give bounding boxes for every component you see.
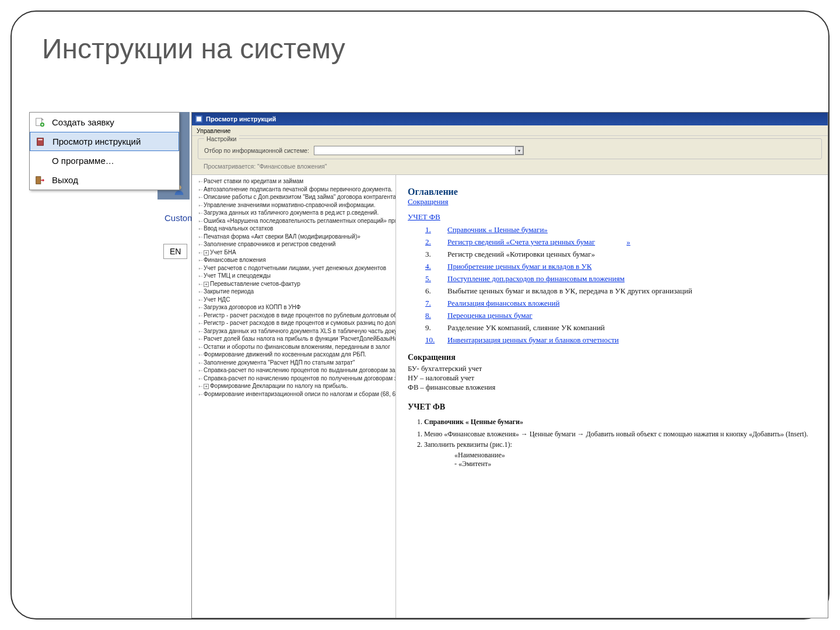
tree-item[interactable]: Печатная форма «Акт сверки ВАЛ (модифици… [199, 233, 393, 241]
svg-rect-7 [197, 117, 201, 121]
menu-item-create-request[interactable]: Создать заявку [30, 113, 179, 132]
tree-item[interactable]: Заполнение документа "Расчет НДП по стат… [199, 359, 393, 367]
toc-text: Регистр сведений «Котировки ценных бумаг… [447, 250, 595, 259]
toc-text[interactable]: Приобретение ценных бумаг и вкладов в УК [447, 262, 592, 271]
svg-rect-4 [38, 139, 42, 140]
link-abbreviations[interactable]: Сокращения [408, 197, 448, 206]
plus-icon[interactable]: + [204, 250, 209, 256]
toc-text[interactable]: Регистр сведений «Счета учета ценных бум… [447, 237, 595, 247]
window-titlebar[interactable]: Просмотр инструкций [192, 113, 828, 125]
menu-item-label: Выход [52, 175, 78, 185]
tree-item[interactable]: Регистр - расчет расходов в виде процент… [199, 319, 393, 327]
step-item: Заполнить реквизиты (рис.1): [424, 440, 816, 449]
toc-item[interactable]: 3.Регистр сведений «Котировки ценных бум… [425, 250, 816, 259]
tree-item[interactable]: Ввод начальных остатков [199, 225, 393, 233]
content-heading: Оглавление [408, 187, 816, 197]
fieldset-label: Настройки [204, 135, 239, 142]
tree-item[interactable]: Расчет ставки по кредитам и займам [199, 177, 393, 186]
tree-item[interactable]: Описание работы с Доп.реквизитом "Вид за… [199, 193, 393, 201]
toc-item[interactable]: 7.Реализация финансовых вложений [425, 299, 816, 308]
toc-item[interactable]: 1.Справочник « Ценные бумаги» [425, 225, 816, 235]
tree-item[interactable]: Загрузка данных из табличного документа … [199, 209, 393, 217]
menu-item-label: О программе… [52, 156, 114, 166]
custom-label: Custom [164, 213, 195, 223]
tree-group[interactable]: +Формирование Декларации по налогу на пр… [199, 382, 393, 390]
svg-rect-5 [36, 176, 41, 184]
step-subitem: «Наименование» [454, 451, 816, 460]
tree-item[interactable]: Финансовые вложения [199, 256, 393, 264]
toc-text[interactable]: Инвентаризация ценных бумаг и бланков от… [447, 335, 619, 345]
plus-icon[interactable]: + [204, 384, 209, 389]
tree-item[interactable]: Управление значениями нормативно-справоч… [199, 201, 393, 209]
content-panel[interactable]: Оглавление Сокращения УЧЕТ ФВ 1.Справочн… [396, 175, 828, 618]
toc-text[interactable]: Реализация финансовых вложений [447, 299, 559, 308]
toc-number: 7. [425, 299, 439, 308]
abbrev-block: БУ- бухгалтерский учетНУ – налоговый уче… [408, 365, 816, 392]
toc-extra[interactable]: » [626, 237, 631, 247]
menu-item-label: Создать заявку [52, 117, 114, 127]
tree-item[interactable]: Учет ТМЦ и спецодежды [199, 272, 393, 280]
menu-manage[interactable]: Управление [197, 127, 230, 134]
toc-number: 8. [425, 311, 439, 320]
toc-item[interactable]: 9.Разделение УК компаний, слияние УК ком… [425, 323, 816, 332]
toc-item[interactable]: 5.Поступление доп.расходов по финансовым… [425, 274, 816, 284]
book-icon [34, 135, 47, 148]
exit-icon [33, 174, 46, 187]
tree-item[interactable]: Учет НДС [199, 296, 393, 304]
abbrev-line: ФВ – финансовые вложения [408, 383, 816, 392]
toc-text[interactable]: Поступление доп.расходов по финансовым в… [447, 274, 625, 284]
tree-panel[interactable]: Расчет ставки по кредитам и займамАвтоза… [192, 175, 396, 618]
toc-item[interactable]: 4.Приобретение ценных бумаг и вкладов в … [425, 262, 816, 271]
toc-item[interactable]: 8.Переоценка ценных бумаг [425, 311, 816, 320]
menu-item-view-instructions[interactable]: Просмотр инструкций [30, 132, 179, 151]
tree-item[interactable]: Заполнение справочников и регистров свед… [199, 240, 393, 249]
toc-text[interactable]: Переоценка ценных бумаг [447, 311, 533, 320]
menu-item-label: Просмотр инструкций [52, 136, 141, 146]
toc-text: Выбытие ценных бумаг и вкладов в УК, пер… [447, 286, 692, 296]
menu-item-about[interactable]: О программе… [30, 151, 179, 170]
app-icon [195, 116, 202, 123]
tree-item[interactable]: Регистр - расчет расходов в виде процент… [199, 312, 393, 320]
tree-item[interactable]: Справка-расчет по начислению процентов п… [199, 366, 393, 374]
tree-item[interactable]: Расчет долей базы налога на прибыль в фу… [199, 335, 393, 343]
tree-item[interactable]: Учет расчетов с подотчетными лицами, уче… [199, 264, 393, 272]
toc-item[interactable]: 10.Инвентаризация ценных бумаг и бланков… [425, 335, 816, 345]
toc-number: 1. [425, 225, 439, 235]
plus-icon[interactable]: + [204, 282, 209, 287]
abbrev-line: БУ- бухгалтерский учет [408, 365, 816, 373]
tree-item[interactable]: Закрытие периода [199, 288, 393, 296]
toc-item[interactable]: 2.Регистр сведений «Счета учета ценных б… [425, 237, 816, 247]
abbrev-heading: Сокращения [408, 353, 816, 362]
tree-item[interactable]: Справка-расчет по начислению процентов п… [199, 374, 393, 383]
tree-item[interactable]: Формирование движений по косвенным расхо… [199, 351, 393, 359]
toc-number: 4. [425, 262, 439, 271]
toc-text[interactable]: Справочник « Ценные бумаги» [447, 225, 548, 235]
tree-item[interactable]: Ошибка «Нарушена последовательность регл… [199, 217, 393, 225]
link-uchet-fv[interactable]: УЧЕТ ФВ [408, 212, 440, 221]
toc-number: 6. [425, 286, 439, 296]
abbrev-line: НУ – налоговый учет [408, 374, 816, 383]
menu-item-exit[interactable]: Выход [30, 170, 179, 190]
tree-item[interactable]: Остатки и обороты по финансовым вложения… [199, 343, 393, 351]
window-title: Просмотр инструкций [206, 116, 276, 123]
toc-list: 1.Справочник « Ценные бумаги»2.Регистр с… [425, 225, 816, 345]
toc-number: 3. [425, 250, 439, 259]
chevron-down-icon[interactable]: ▾ [515, 146, 523, 155]
tree-group[interactable]: +Перевыставление счетов-фактур [199, 280, 393, 288]
tree-item[interactable]: Формирование инвентаризационной описи по… [199, 390, 393, 398]
tree-group[interactable]: +Учет БНА [199, 249, 393, 257]
toc-number: 10. [425, 335, 439, 345]
filter-label: Отбор по информационной системе: [204, 147, 309, 154]
tree-item[interactable]: Загрузка данных из табличного документа … [199, 327, 393, 335]
settings-panel: Настройки Отбор по информационной систем… [192, 136, 828, 174]
language-indicator[interactable]: EN [163, 244, 187, 259]
toc-number: 5. [425, 274, 439, 284]
new-doc-icon [33, 116, 46, 129]
tree-item[interactable]: Загрузка договоров из КОПП в УНФ [199, 303, 393, 312]
filter-dropdown[interactable]: ▾ [314, 146, 524, 155]
tree-item[interactable]: Автозаполнение подписанта печатной формы… [199, 186, 393, 194]
toc-item[interactable]: 6.Выбытие ценных бумаг и вкладов в УК, п… [425, 286, 816, 296]
menubar: Управление [192, 125, 828, 136]
uchet-heading: УЧЕТ ФВ [408, 402, 816, 412]
context-menu: Создать заявку Просмотр инструкций О про… [29, 112, 180, 190]
